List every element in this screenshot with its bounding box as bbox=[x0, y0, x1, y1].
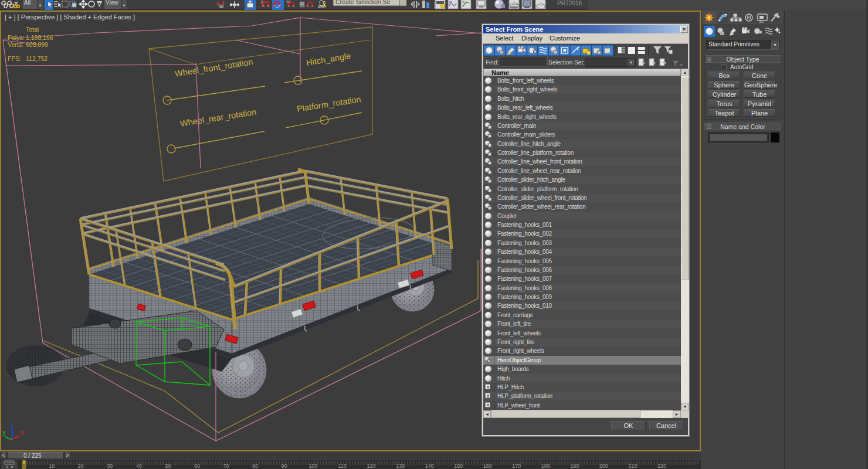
svg-text:Platform_rotation: Platform_rotation bbox=[296, 94, 362, 114]
svg-text:Hitch_angle: Hitch_angle bbox=[306, 51, 351, 67]
svg-text:y: y bbox=[2, 429, 6, 436]
svg-text:Create Selection Se: Create Selection Se bbox=[335, 0, 391, 5]
svg-text:40: 40 bbox=[136, 463, 142, 469]
svg-text:100: 100 bbox=[309, 463, 318, 469]
svg-text:60: 60 bbox=[194, 463, 200, 469]
svg-text:0: 0 bbox=[22, 463, 25, 469]
svg-text:140: 140 bbox=[425, 463, 434, 469]
svg-text:View: View bbox=[106, 0, 118, 6]
svg-text:All: All bbox=[24, 0, 30, 6]
svg-text:Wheel_rear_rotation: Wheel_rear_rotation bbox=[179, 107, 257, 128]
svg-text:210: 210 bbox=[628, 463, 637, 469]
svg-text:70: 70 bbox=[223, 463, 229, 469]
svg-text:10: 10 bbox=[49, 463, 55, 469]
svg-text:ABC: ABC bbox=[318, 5, 326, 9]
svg-text:110: 110 bbox=[338, 463, 346, 469]
svg-text:80: 80 bbox=[252, 463, 258, 469]
svg-text:20: 20 bbox=[78, 463, 84, 469]
svg-text:200: 200 bbox=[599, 463, 608, 469]
svg-text:z: z bbox=[11, 422, 13, 429]
svg-text:x: x bbox=[21, 429, 24, 436]
svg-text:50: 50 bbox=[165, 463, 171, 469]
svg-text:130: 130 bbox=[396, 463, 405, 469]
svg-text:PRT2016: PRT2016 bbox=[557, 0, 582, 6]
svg-text:220: 220 bbox=[657, 463, 666, 469]
svg-text:180: 180 bbox=[541, 463, 550, 469]
svg-text:90: 90 bbox=[282, 463, 287, 469]
svg-text:150: 150 bbox=[454, 463, 463, 469]
svg-text:190: 190 bbox=[570, 463, 579, 469]
svg-text:160: 160 bbox=[483, 463, 492, 469]
svg-text:Wheel_front_rotation: Wheel_front_rotation bbox=[174, 57, 253, 79]
svg-text:120: 120 bbox=[367, 463, 376, 469]
svg-text:30: 30 bbox=[107, 463, 113, 469]
svg-text:170: 170 bbox=[512, 463, 521, 469]
